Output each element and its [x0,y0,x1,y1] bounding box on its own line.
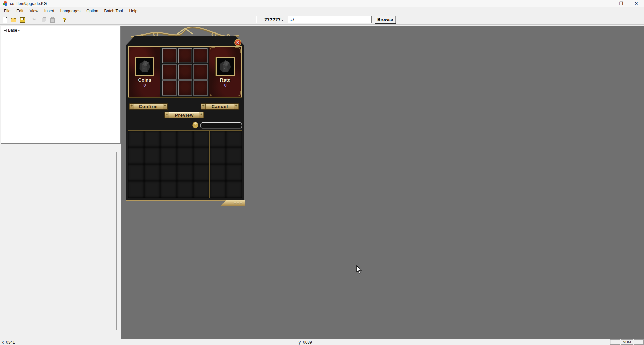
resize-grip[interactable] [221,200,245,206]
rate-slot[interactable] [216,57,235,76]
inventory-slot[interactable] [193,181,209,198]
inventory-slot[interactable] [128,181,144,198]
button-end-ornament-icon [163,104,167,109]
restore-button[interactable]: ❐ [613,0,629,7]
ore-rock-icon [218,59,232,74]
material-slot[interactable] [193,48,208,63]
material-grid [161,47,209,97]
close-button[interactable]: ✕ [629,0,644,7]
toolbar-separator [28,16,28,23]
menu-insert[interactable]: Insert [42,8,57,14]
corner-ornament-icon [235,47,241,53]
toolbar: ?????? : Browse [0,15,644,25]
window-title: co_ItemUpgrade.KG - [10,1,49,6]
inventory-slot[interactable] [144,181,160,198]
inventory-slot[interactable] [226,181,242,198]
material-slot[interactable] [193,80,208,96]
menu-batch-tool[interactable]: Batch Tool [102,8,126,14]
inventory-slot[interactable] [177,147,193,164]
inventory-slot[interactable] [226,131,242,147]
toolbar-separator [256,16,257,23]
preview-button[interactable]: Preview [164,112,204,118]
inventory-slot[interactable] [160,181,177,198]
slider-knob-icon[interactable] [192,121,199,129]
menu-bar: File Edit View Insert Languages Option B… [0,7,644,15]
toolbar-separator [58,16,58,23]
menu-help[interactable]: Help [126,8,140,14]
rate-label: Rate [209,77,241,83]
inventory-slot[interactable] [128,131,144,147]
help-icon [62,17,67,23]
inventory-slot[interactable] [226,164,242,181]
confirm-button-label: Confirm [139,104,158,109]
design-canvas[interactable]: ✕ Coins 0 [121,26,644,339]
browse-button[interactable]: Browse [375,16,396,24]
inventory-slot[interactable] [160,164,177,181]
inventory-slot[interactable] [210,164,226,181]
inventory-slot[interactable] [144,131,160,147]
inventory-slot[interactable] [210,147,226,164]
slider-track[interactable] [200,122,242,129]
menu-languages[interactable]: Languages [58,8,83,14]
menu-file[interactable]: File [1,8,13,14]
tree-panel: Base - [1,26,121,144]
coins-label: Coins [129,77,160,83]
y-coordinate-readout: y=0639 [299,340,312,345]
num-lock-indicator: NUM [621,339,633,345]
inventory-slot[interactable] [128,164,144,181]
inventory-slot[interactable] [210,181,226,198]
preview-button-label: Preview [175,113,194,118]
inventory-slot[interactable] [160,131,177,147]
save-button[interactable] [18,16,26,24]
inventory-slot[interactable] [193,147,209,164]
coins-value: 0 [129,83,160,88]
new-file-button[interactable] [1,16,9,24]
paste-button [48,16,56,24]
tree-item-base[interactable]: Base - [3,28,120,33]
dialog-close-button[interactable]: ✕ [234,39,241,46]
material-slot[interactable] [162,64,177,80]
cancel-button[interactable]: Cancel [201,103,239,110]
confirm-button[interactable]: Confirm [129,103,168,110]
application-window: co_ItemUpgrade.KG - – ❐ ✕ File Edit View… [0,0,644,345]
path-input[interactable] [288,16,372,23]
tree-item-label: Base - [8,28,20,33]
inventory-slot[interactable] [193,164,209,181]
menu-edit[interactable]: Edit [14,8,26,14]
open-file-button[interactable] [10,16,17,24]
material-slot[interactable] [178,80,193,96]
material-slot[interactable] [162,80,177,96]
cut-icon [32,17,38,23]
upgrade-slot-panel: Coins 0 [128,46,242,97]
inventory-slot[interactable] [128,147,144,164]
inventory-slot[interactable] [177,164,193,181]
material-slot[interactable] [178,48,193,63]
inventory-slot[interactable] [144,164,160,181]
inventory-slot[interactable] [160,147,177,164]
rate-value: 0 [209,83,241,88]
status-pane [610,339,620,345]
minimize-button[interactable]: – [598,0,613,7]
material-slot[interactable] [178,64,193,80]
inventory-slot[interactable] [226,147,242,164]
new-file-icon [2,17,8,23]
inventory-slot[interactable] [144,147,160,164]
inventory-slot[interactable] [210,131,226,147]
paste-icon [50,17,55,23]
inventory-slot[interactable] [193,131,209,147]
inventory-slot[interactable] [177,131,193,147]
coins-slot[interactable] [135,57,154,76]
cancel-button-label: Cancel [212,104,228,109]
corner-ornament-icon [235,91,241,96]
button-end-ornament-icon [199,112,204,118]
tree-expand-icon[interactable] [3,29,7,32]
material-slot[interactable] [193,64,208,80]
ore-rock-icon [138,59,152,74]
help-button[interactable] [61,16,68,24]
material-slot[interactable] [162,48,177,63]
inventory-slot[interactable] [177,181,193,198]
menu-option[interactable]: Option [84,8,101,14]
button-end-ornament-icon [165,112,169,118]
scrollbar[interactable] [116,152,117,330]
menu-view[interactable]: View [27,8,41,14]
